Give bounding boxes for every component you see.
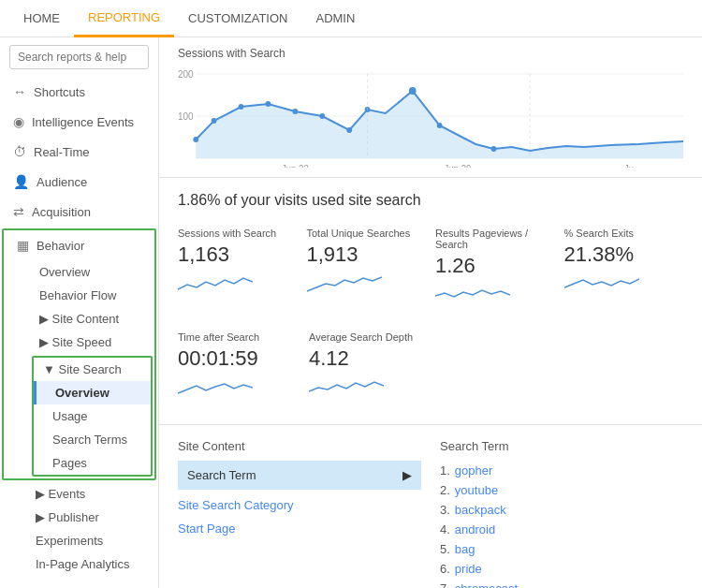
stat-time-value: 00:01:59	[178, 346, 300, 371]
svg-point-11	[409, 87, 417, 95]
sparkline-unique	[307, 271, 382, 299]
svg-text:Ju: Ju	[624, 164, 634, 168]
search-terms-panel: Search Term 1.gopher2.youtube3.backpack4…	[440, 439, 683, 588]
behavior-section: ▦ Behavior Overview Behavior Flow ▶ Site…	[2, 228, 156, 480]
sidebar-item-behavior[interactable]: ▦ Behavior	[4, 230, 154, 260]
term-item: 7.chromecast	[440, 579, 683, 588]
chart-svg: Jun 22 Jun 29 Ju	[178, 65, 683, 168]
sidebar-item-shortcuts[interactable]: ↔ Shortcuts	[0, 77, 158, 107]
sidebar-sub-pages[interactable]: Pages	[34, 451, 151, 475]
sidebar-item-audience[interactable]: 👤 Audience	[0, 167, 158, 197]
realtime-icon: ⏱	[13, 144, 26, 159]
nav-home[interactable]: HOME	[9, 0, 74, 37]
sidebar-item-realtime[interactable]: ⏱ Real-Time	[0, 137, 158, 167]
audience-icon: 👤	[13, 174, 29, 189]
svg-point-7	[292, 109, 298, 114]
sidebar-sub-site-search[interactable]: ▼ Site Search	[34, 358, 151, 381]
site-search-section: ▼ Site Search Overview Usage Search Term…	[32, 356, 153, 477]
svg-point-5	[239, 104, 244, 110]
sparkline-sessions	[178, 271, 253, 299]
sidebar-events[interactable]: ▶ Events	[26, 482, 158, 506]
sparkline-exits	[564, 271, 639, 299]
behavior-sub: Overview Behavior Flow ▶ Site Content ▶ …	[4, 260, 154, 477]
nav-reporting[interactable]: REPORTING	[74, 0, 174, 37]
stat-exits: % Search Exits 21.38%	[564, 223, 684, 317]
svg-text:Jun 29: Jun 29	[444, 164, 471, 168]
stats-headline: 1.86% of your visits used site search	[178, 192, 683, 209]
stat-depth: Average Search Depth 4.12	[309, 327, 431, 410]
term-item: 5.bag	[440, 539, 683, 559]
svg-point-12	[437, 123, 443, 128]
stat-exits-label: % Search Exits	[564, 228, 684, 239]
term-item: 4.android	[440, 520, 683, 539]
sidebar-sub-search-terms[interactable]: Search Terms	[34, 428, 151, 451]
bottom-section: Site Content Search Term ▶ Site Search C…	[159, 425, 702, 588]
sidebar-sub-site-content[interactable]: ▶ Site Content	[30, 307, 154, 331]
intelligence-icon: ◉	[13, 114, 24, 129]
svg-point-8	[319, 113, 325, 119]
sidebar-sub-site-speed[interactable]: ▶ Site Speed	[30, 331, 154, 354]
search-terms-list: 1.gopher2.youtube3.backpack4.android5.ba…	[440, 461, 683, 588]
search-terms-title: Search Term	[440, 439, 683, 453]
svg-point-13	[491, 146, 497, 152]
start-page-link[interactable]: Start Page	[178, 517, 421, 540]
stat-unique-value: 1,913	[307, 243, 427, 267]
stat-time-label: Time after Search	[178, 331, 300, 343]
sparkline-results	[435, 282, 510, 310]
stat-sessions-value: 1,163	[178, 243, 298, 267]
stat-results-value: 1.26	[435, 254, 555, 278]
shortcuts-icon: ↔	[13, 84, 26, 99]
top-navigation: HOME REPORTING CUSTOMIZATION ADMIN	[0, 0, 702, 37]
stat-unique: Total Unique Searches 1,913	[307, 223, 427, 317]
site-content-title: Site Content	[178, 439, 421, 453]
nav-admin[interactable]: ADMIN	[301, 0, 369, 37]
nav-customization[interactable]: CUSTOMIZATION	[174, 0, 301, 37]
acquisition-icon: ⇄	[13, 204, 24, 219]
sidebar-inpage[interactable]: In-Page Analytics	[26, 552, 158, 576]
term-item: 1.gopher	[440, 461, 683, 480]
term-item: 3.backpack	[440, 500, 683, 520]
svg-point-6	[266, 101, 271, 107]
chart-container: 200 100	[178, 65, 683, 168]
chart-y-200: 200	[178, 69, 194, 80]
svg-text:Jun 22: Jun 22	[282, 164, 309, 168]
chart-area: Sessions with Search 200 100	[159, 37, 702, 178]
sidebar-experiments[interactable]: Experiments	[26, 529, 158, 552]
sparkline-time	[178, 375, 253, 403]
site-search-category-link[interactable]: Site Search Category	[178, 493, 421, 517]
svg-point-3	[193, 137, 198, 142]
term-item: 6.pride	[440, 559, 683, 579]
chart-title: Sessions with Search	[178, 47, 683, 60]
sparkline-depth	[309, 375, 384, 403]
stats-grid: Sessions with Search 1,163 Total Unique …	[178, 223, 683, 317]
stat-exits-value: 21.38%	[564, 243, 684, 267]
search-box	[0, 37, 158, 77]
behavior-icon: ▦	[17, 238, 29, 253]
search-term-row[interactable]: Search Term ▶	[178, 461, 421, 490]
search-input[interactable]	[9, 45, 149, 69]
sidebar-sub-overview[interactable]: Overview	[30, 260, 154, 284]
stat-depth-value: 4.12	[309, 346, 431, 371]
main-layout: ↔ Shortcuts ◉ Intelligence Events ⏱ Real…	[0, 37, 702, 588]
sidebar-publisher[interactable]: ▶ Publisher	[26, 506, 158, 529]
more-items: ▶ Events ▶ Publisher Experiments In-Page…	[0, 482, 158, 576]
sidebar-sub-usage[interactable]: Usage	[34, 404, 151, 428]
chart-y-100: 100	[178, 111, 194, 122]
stats-section: 1.86% of your visits used site search Se…	[159, 178, 702, 425]
stat-unique-label: Total Unique Searches	[307, 228, 427, 239]
main-content: Sessions with Search 200 100	[159, 37, 702, 588]
sidebar-sub-overview-active[interactable]: Overview	[34, 381, 151, 404]
stat-results-label: Results Pageviews / Search	[435, 228, 555, 250]
stat-time: Time after Search 00:01:59	[178, 327, 300, 410]
sidebar: ↔ Shortcuts ◉ Intelligence Events ⏱ Real…	[0, 37, 159, 588]
site-content-panel: Site Content Search Term ▶ Site Search C…	[178, 439, 421, 588]
sidebar-item-acquisition[interactable]: ⇄ Acquisition	[0, 197, 158, 227]
search-term-row-label: Search Term	[187, 468, 256, 482]
sidebar-sub-behavior-flow[interactable]: Behavior Flow	[30, 284, 154, 307]
search-term-row-arrow: ▶	[402, 468, 412, 482]
svg-point-4	[212, 118, 217, 124]
term-item: 2.youtube	[440, 480, 683, 500]
sidebar-item-intelligence[interactable]: ◉ Intelligence Events	[0, 107, 158, 137]
stat-results: Results Pageviews / Search 1.26	[435, 223, 555, 317]
svg-point-9	[346, 127, 352, 133]
